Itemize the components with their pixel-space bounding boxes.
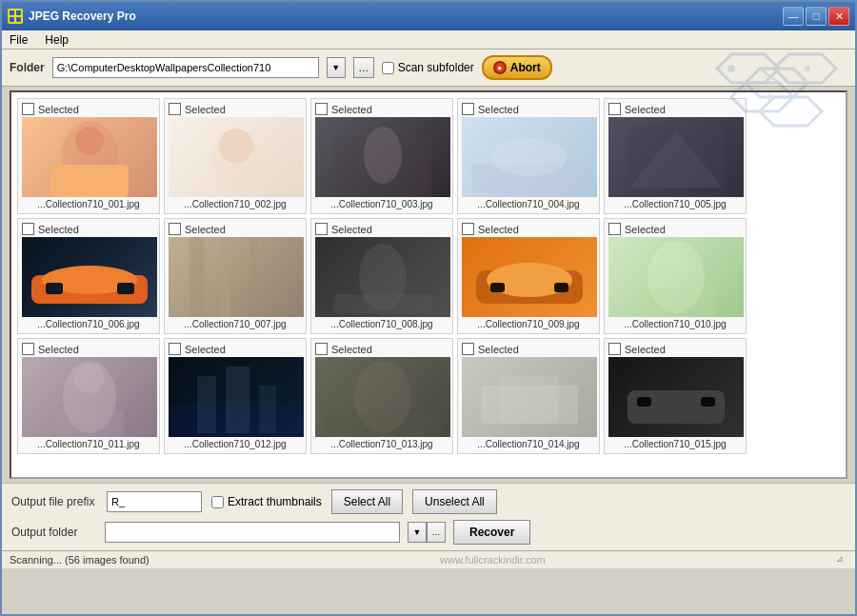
svg-rect-46 [197, 376, 216, 433]
minimize-button[interactable]: — [783, 7, 804, 26]
cell-checkbox-013[interactable] [315, 343, 328, 355]
image-cell[interactable]: Selected ...Collection710_001.jpg [17, 98, 160, 214]
image-grid[interactable]: Selected ...Collection710_001.jpg Select… [10, 90, 847, 479]
svg-point-43 [74, 363, 105, 393]
output-dropdown-button[interactable]: ▼ [408, 522, 427, 543]
image-cell[interactable]: Selected ...Collection710_003.jpg [310, 98, 453, 214]
folder-dropdown-button[interactable]: ▼ [327, 57, 346, 78]
cell-selected-label: Selected [478, 344, 519, 355]
recover-button[interactable]: Recover [453, 520, 530, 545]
cell-filename-006: ...Collection710_006.jpg [22, 319, 155, 329]
cell-header: Selected [462, 343, 595, 355]
cell-header: Selected [22, 343, 155, 355]
image-cell[interactable]: Selected ...Collection710_010.jpg [604, 218, 747, 334]
svg-point-40 [663, 248, 689, 274]
select-all-button[interactable]: Select All [331, 489, 403, 514]
svg-rect-0 [10, 10, 14, 15]
app-icon [8, 9, 23, 24]
title-bar: JPEG Recovery Pro — □ ✕ [2, 2, 855, 30]
status-bar: Scanning... (56 images found) www.fullcr… [2, 550, 855, 568]
bottom-toolbar: Output file prefix Extract thumbnails Se… [2, 483, 855, 550]
image-cell[interactable]: Selected ...Collection710_012.jpg [164, 338, 307, 454]
cell-checkbox-007[interactable] [169, 223, 181, 235]
maximize-button[interactable]: □ [806, 7, 827, 26]
svg-rect-50 [325, 414, 441, 437]
svg-marker-4 [717, 54, 779, 83]
cell-filename-009: ...Collection710_009.jpg [462, 319, 595, 329]
cell-filename-014: ...Collection710_014.jpg [462, 439, 595, 449]
cell-image-006 [22, 237, 157, 317]
abort-icon: ● [493, 61, 507, 74]
prefix-input[interactable] [107, 491, 202, 512]
cell-checkbox-010[interactable] [608, 223, 621, 235]
output-folder-input[interactable] [105, 522, 400, 543]
cell-header: Selected [608, 103, 742, 115]
cell-header: Selected [22, 223, 155, 235]
image-cell[interactable]: Selected ...Collection710_006.jpg [17, 218, 160, 334]
output-browse-button[interactable]: … [427, 522, 446, 543]
cell-header: Selected [608, 223, 742, 235]
svg-rect-2 [10, 17, 14, 22]
cell-filename-001: ...Collection710_001.jpg [22, 199, 155, 209]
image-cell[interactable]: Selected ...Collection710_002.jpg [164, 98, 307, 214]
cell-selected-label: Selected [331, 104, 372, 115]
cell-image-014 [462, 357, 597, 437]
svg-point-20 [364, 127, 402, 184]
abort-button[interactable]: ● Abort [482, 55, 552, 80]
output-folder-label: Output folder [11, 526, 97, 539]
scan-subfolder-checkbox[interactable] [382, 62, 394, 74]
bottom-row-1: Output file prefix Extract thumbnails Se… [11, 489, 846, 514]
cell-image-013 [315, 357, 450, 437]
app-title: JPEG Recovery Pro [29, 10, 136, 23]
unselect-all-button[interactable]: Unselect All [412, 489, 497, 514]
cell-checkbox-014[interactable] [462, 343, 474, 355]
cell-filename-008: ...Collection710_008.jpg [315, 319, 448, 329]
cell-selected-label: Selected [331, 224, 372, 235]
image-cell[interactable]: Selected ...Collection710_013.jpg [310, 338, 453, 454]
cell-image-004 [462, 117, 597, 197]
menu-file[interactable]: File [6, 32, 31, 48]
svg-rect-1 [16, 10, 21, 15]
cell-image-012 [169, 357, 304, 437]
image-cell[interactable]: Selected ...Collection710_004.jpg [457, 98, 600, 214]
cell-checkbox-006[interactable] [22, 223, 34, 235]
cell-checkbox-008[interactable] [315, 223, 328, 235]
cell-filename-002: ...Collection710_002.jpg [169, 199, 302, 209]
extract-thumbnails-checkbox[interactable] [211, 496, 224, 508]
cell-header: Selected [169, 343, 302, 355]
cell-selected-label: Selected [185, 224, 226, 235]
close-button[interactable]: ✕ [828, 7, 849, 26]
image-cell[interactable]: Selected ...Collection710_015.jpg [604, 338, 747, 454]
cell-selected-label: Selected [625, 104, 666, 115]
cell-checkbox-001[interactable] [22, 103, 34, 115]
cell-filename-012: ...Collection710_012.jpg [169, 439, 302, 449]
svg-rect-28 [117, 283, 134, 294]
cell-checkbox-005[interactable] [608, 103, 621, 115]
folder-input[interactable] [52, 57, 319, 78]
image-cell[interactable]: Selected ...Collection710_011.jpg [17, 338, 160, 454]
svg-rect-29 [169, 237, 304, 317]
cell-header: Selected [315, 223, 448, 235]
cell-checkbox-012[interactable] [169, 343, 181, 355]
svg-rect-16 [50, 165, 129, 197]
cell-checkbox-004[interactable] [462, 103, 474, 115]
image-cell[interactable]: Selected ...Collection710_007.jpg [164, 218, 307, 334]
cell-image-010 [608, 237, 744, 317]
browse-button[interactable]: … [353, 57, 374, 78]
image-cell[interactable]: Selected ...Collection710_009.jpg [457, 218, 600, 334]
cell-image-008 [315, 237, 450, 317]
cell-checkbox-015[interactable] [608, 343, 621, 355]
svg-point-22 [491, 138, 568, 176]
size-grip: ⊿ [836, 554, 847, 566]
svg-point-12 [805, 66, 810, 71]
cell-checkbox-002[interactable] [169, 103, 181, 115]
image-cell[interactable]: Selected ...Collection710_008.jpg [310, 218, 453, 334]
cell-image-009 [462, 237, 597, 317]
image-cell[interactable]: Selected ...Collection710_005.jpg [604, 98, 747, 214]
menu-help[interactable]: Help [41, 32, 72, 48]
cell-checkbox-003[interactable] [315, 103, 328, 115]
cell-checkbox-009[interactable] [462, 223, 474, 235]
cell-checkbox-011[interactable] [22, 343, 34, 355]
cell-image-011 [22, 357, 157, 437]
image-cell[interactable]: Selected ...Collection710_014.jpg [457, 338, 600, 454]
